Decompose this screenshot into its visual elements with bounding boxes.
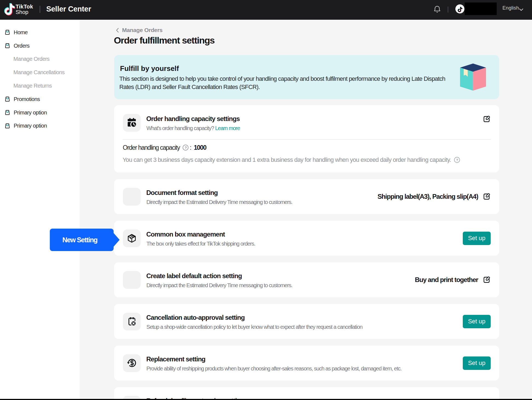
svg-text:?: ? — [456, 158, 458, 162]
svg-text:?: ? — [184, 146, 187, 150]
